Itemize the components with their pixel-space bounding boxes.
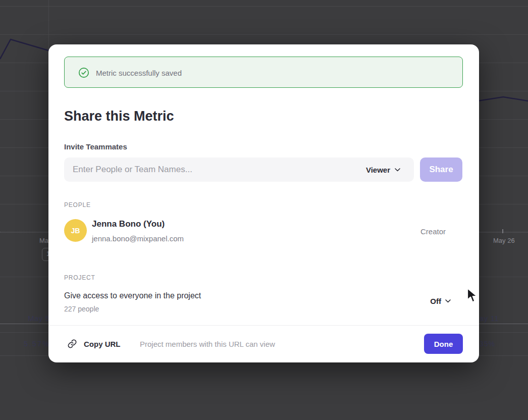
invite-teammates-label: Invite Teammates	[64, 142, 127, 151]
mouse-cursor	[466, 288, 480, 304]
check-circle-icon	[78, 67, 89, 78]
table-value-right: 35%	[480, 340, 495, 348]
chart-line-left	[0, 39, 48, 59]
invite-input[interactable]	[64, 158, 327, 182]
done-button[interactable]: Done	[424, 334, 463, 354]
table-date-left: May 5	[28, 314, 49, 323]
project-access-subtitle: 227 people	[64, 305, 99, 313]
x-axis-label-right: May 26	[493, 237, 515, 244]
member-email: jenna.bono@mixpanel.com	[92, 234, 184, 243]
project-section-label: PROJECT	[64, 274, 95, 281]
project-access-title: Give access to everyone in the project	[64, 291, 201, 300]
success-banner: Metric successfully saved	[64, 57, 463, 88]
role-dropdown[interactable]: Viewer	[366, 158, 400, 182]
member-role: Creator	[420, 227, 446, 236]
link-icon	[67, 339, 77, 349]
avatar: JB	[64, 219, 87, 242]
invite-input-container: Viewer	[64, 158, 414, 182]
copy-url-button[interactable]: Copy URL	[84, 340, 121, 348]
app-background: May May 26 1 May 5 5.57% May 11 35% Metr…	[0, 0, 528, 420]
people-section-label: PEOPLE	[64, 201, 91, 208]
member-name: Jenna Bono (You)	[92, 219, 165, 229]
chart-line-right	[474, 97, 528, 101]
role-dropdown-value: Viewer	[366, 166, 390, 174]
project-access-dropdown-value: Off	[430, 297, 441, 305]
footer-hint: Project members with this URL can view	[140, 340, 275, 348]
chevron-down-icon	[395, 168, 400, 172]
chevron-down-icon	[445, 299, 451, 303]
modal-title: Share this Metric	[64, 109, 174, 124]
share-metric-modal: Metric successfully saved Share this Met…	[48, 44, 479, 362]
table-value-left: 5.57%	[24, 340, 50, 348]
success-banner-text: Metric successfully saved	[96, 57, 182, 88]
share-button[interactable]: Share	[420, 158, 462, 182]
footer-divider	[48, 325, 479, 326]
project-access-dropdown[interactable]: Off	[430, 295, 451, 307]
